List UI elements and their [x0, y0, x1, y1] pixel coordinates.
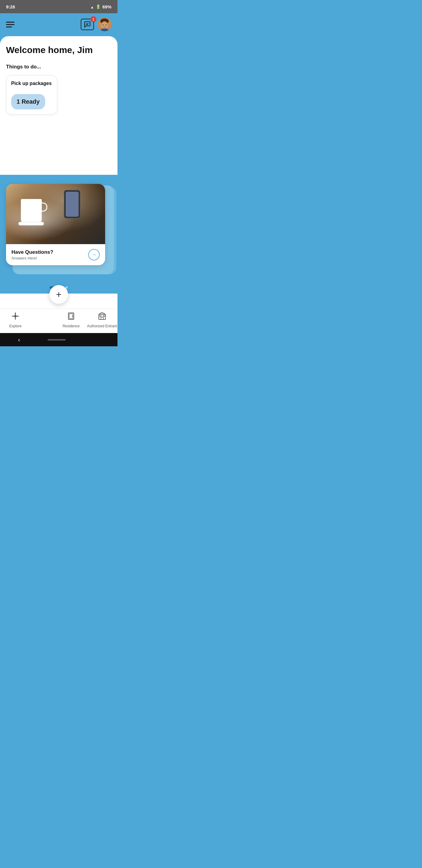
- blue-section: Have Questions? Answers Here! →: [0, 175, 118, 293]
- ready-badge: 1 Ready: [11, 94, 45, 110]
- svg-rect-22: [100, 315, 101, 317]
- svg-point-18: [72, 316, 73, 317]
- explore-label: Explore: [9, 324, 22, 328]
- things-to-do-label: Things to do...: [6, 64, 111, 70]
- fab-area: +: [0, 293, 118, 309]
- home-pill[interactable]: [47, 339, 66, 341]
- svg-point-4: [101, 22, 108, 29]
- svg-marker-13: [12, 315, 13, 317]
- card-subtitle: Answers Here!: [11, 256, 53, 260]
- app-header: 1: [0, 13, 118, 36]
- header-actions: 1: [81, 18, 111, 31]
- nav-residence[interactable]: Residence: [56, 312, 87, 328]
- time-display: 9:26: [6, 4, 15, 9]
- package-card[interactable]: Pick up packages 1 Ready: [6, 75, 57, 115]
- menu-button[interactable]: [6, 22, 14, 27]
- nav-authorized-entrant[interactable]: Authorized Entrant: [87, 312, 118, 328]
- add-button[interactable]: +: [50, 285, 68, 304]
- chat-badge: 1: [90, 16, 96, 22]
- coffee-cup-illustration: [21, 193, 48, 226]
- status-icons: 🔋 69%: [90, 4, 111, 9]
- add-icon: +: [56, 289, 62, 300]
- fab-container: + Explore: [0, 293, 118, 333]
- package-title: Pick up packages: [11, 81, 52, 87]
- avatar[interactable]: [98, 18, 111, 31]
- card-title: Have Questions?: [11, 249, 53, 255]
- ready-text: 1 Ready: [17, 98, 40, 105]
- explore-icon: [11, 312, 20, 322]
- system-bar: ‹: [0, 333, 118, 346]
- welcome-title: Welcome home, Jim: [6, 44, 111, 56]
- avatar-image: [98, 18, 111, 31]
- main-card: Welcome home, Jim Things to do... Pick u…: [0, 36, 118, 175]
- svg-marker-14: [17, 315, 19, 317]
- svg-marker-12: [15, 318, 16, 320]
- phone-illustration: [64, 190, 80, 218]
- card-arrow-button[interactable]: →: [88, 249, 100, 260]
- carousel: Have Questions? Answers Here! →: [6, 184, 111, 280]
- back-button[interactable]: ‹: [18, 336, 20, 343]
- chat-button[interactable]: 1: [81, 19, 94, 30]
- authorized-entrant-label: Authorized Entrant: [87, 324, 117, 328]
- battery-icon: 🔋: [96, 4, 101, 9]
- residence-icon: [67, 312, 75, 322]
- card-footer: Have Questions? Answers Here! →: [6, 244, 105, 265]
- status-bar: 9:26 🔋 69%: [0, 0, 118, 13]
- svg-point-5: [103, 24, 104, 25]
- carousel-card[interactable]: Have Questions? Answers Here! →: [6, 184, 105, 265]
- card-image: [6, 184, 105, 244]
- nav-explore[interactable]: Explore: [0, 312, 31, 328]
- residence-label: Residence: [63, 324, 80, 328]
- svg-rect-23: [103, 315, 104, 317]
- card-footer-text: Have Questions? Answers Here!: [11, 249, 53, 260]
- bottom-nav: Explore Residence: [0, 309, 118, 333]
- battery-level: 69%: [102, 4, 111, 9]
- authorized-entrant-icon: [98, 312, 106, 322]
- svg-point-6: [106, 24, 107, 25]
- wifi-icon: [90, 4, 94, 9]
- svg-rect-21: [101, 317, 103, 319]
